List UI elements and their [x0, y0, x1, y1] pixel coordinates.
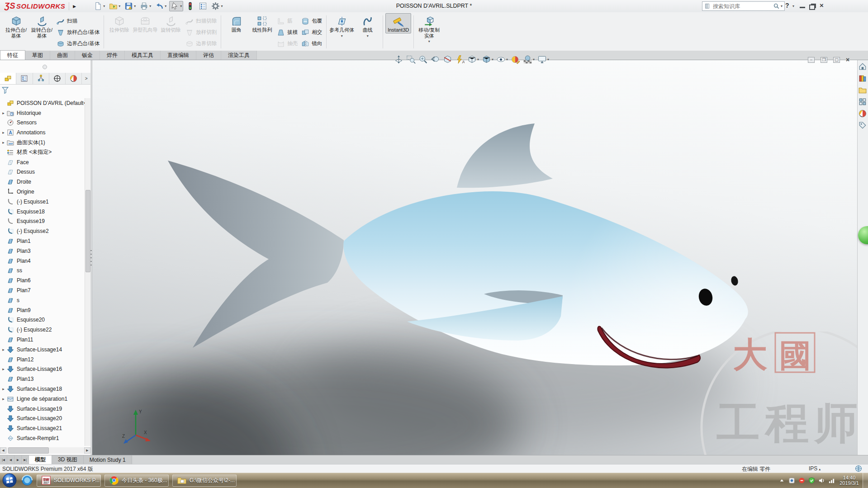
- hidden-icons-icon[interactable]: [778, 477, 785, 484]
- ribbon-button-sweep[interactable]: 扫描: [55, 15, 101, 27]
- dropdown-caret-icon[interactable]: ▾: [492, 57, 493, 62]
- dropdown-caret-icon[interactable]: ▾: [103, 4, 105, 8]
- view-settings-button[interactable]: ▾: [537, 55, 549, 64]
- search-button[interactable]: ▾: [773, 3, 783, 9]
- tree-item-10[interactable]: (-) Esquisse1: [0, 197, 85, 207]
- expand-arrow-icon[interactable]: ▸: [0, 111, 7, 115]
- fish-dorsal-fin[interactable]: [457, 123, 553, 188]
- hscroll-thumb[interactable]: [8, 447, 49, 454]
- tree-item-3[interactable]: ▸AAnnotations: [0, 128, 85, 137]
- tree-item-2[interactable]: Sensors: [0, 118, 85, 128]
- options-button[interactable]: ▾: [210, 1, 224, 11]
- section-view-button[interactable]: [443, 55, 452, 64]
- help-button[interactable]: ?: [785, 2, 789, 9]
- view-orientation-button[interactable]: ▾: [467, 55, 479, 64]
- window-restore-button[interactable]: [809, 5, 815, 10]
- taskbar-button-1[interactable]: 今日头条 - 360极...: [104, 474, 169, 487]
- tree-item-19[interactable]: Plan7: [0, 285, 85, 295]
- ribbon-button-wrap[interactable]: 包覆: [299, 15, 324, 27]
- expand-arrow-icon[interactable]: ▸: [0, 347, 7, 352]
- fish-tail[interactable]: [168, 161, 344, 348]
- help-dropdown-caret-icon[interactable]: ▾: [792, 4, 794, 8]
- expand-arrow-icon[interactable]: ▸: [0, 387, 7, 391]
- status-globe-icon[interactable]: [855, 465, 862, 472]
- task-pane-custom-properties-icon[interactable]: [859, 121, 868, 130]
- tree-item-1[interactable]: ▸Historique: [0, 108, 85, 118]
- tree-item-20[interactable]: s: [0, 295, 85, 305]
- volume-icon[interactable]: [818, 477, 825, 484]
- tree-item-5[interactable]: 材质 <未指定>: [0, 147, 85, 157]
- zoom-in-out-button[interactable]: [418, 55, 428, 64]
- doc-minimize-button[interactable]: –: [808, 57, 815, 63]
- cm-tab-6[interactable]: 直接编辑: [161, 51, 196, 60]
- model-tab-1[interactable]: 3D 视图: [52, 455, 84, 464]
- display-style-button[interactable]: ▾: [482, 55, 493, 64]
- hscroll-right-button[interactable]: ▶: [84, 447, 90, 454]
- cm-tab-3[interactable]: 钣金: [75, 51, 100, 60]
- tree-item-17[interactable]: ss: [0, 266, 85, 276]
- tree-item-11[interactable]: Esquisse18: [0, 207, 85, 217]
- tree-item-29[interactable]: ▸Surface-Lissage18: [0, 384, 85, 394]
- dropdown-caret-icon[interactable]: ▾: [119, 4, 120, 8]
- tree-item-24[interactable]: Plan11: [0, 335, 85, 345]
- show-desktop-button[interactable]: [863, 473, 868, 488]
- tree-item-9[interactable]: Origine: [0, 187, 85, 197]
- new-file-button[interactable]: ▾: [92, 1, 106, 11]
- tree-item-16[interactable]: Plan4: [0, 256, 85, 266]
- pane-tab-properties[interactable]: [16, 73, 33, 84]
- cm-tab-7[interactable]: 评估: [196, 51, 221, 60]
- expand-arrow-icon[interactable]: ▸: [0, 130, 7, 135]
- expand-arrow-icon[interactable]: ▸: [0, 140, 7, 145]
- hide-show-items-button[interactable]: ▾: [496, 55, 508, 64]
- tree-item-14[interactable]: Plan1: [0, 236, 85, 246]
- ribbon-button-revolve[interactable]: 旋转凸台/基体: [29, 13, 55, 39]
- print-button[interactable]: ▾: [138, 1, 152, 11]
- zoom-to-fit-button[interactable]: [394, 55, 403, 64]
- tree-item-23[interactable]: (-) Esquisse22: [0, 325, 85, 335]
- apply-scene-button[interactable]: ▾: [523, 55, 535, 64]
- previous-view-button[interactable]: [431, 55, 440, 64]
- dropdown-caret-icon[interactable]: ▾: [477, 57, 479, 62]
- window-close-button[interactable]: ×: [820, 1, 824, 9]
- ribbon-button-mirror[interactable]: 镜向: [299, 38, 324, 49]
- pane-expand-button[interactable]: >: [82, 73, 90, 84]
- tree-item-13[interactable]: (-) Esquisse2: [0, 226, 85, 236]
- tree-vscroll-thumb[interactable]: [85, 190, 90, 272]
- task-pane-resources-icon[interactable]: [859, 62, 868, 71]
- task-pane-appearances-icon[interactable]: [859, 109, 868, 118]
- quick-launch-browser-icon[interactable]: [21, 474, 33, 486]
- ribbon-button-extrude[interactable]: 拉伸凸台/基体: [3, 13, 29, 39]
- task-pane-file-explorer-icon[interactable]: [859, 86, 868, 95]
- tray-green-icon[interactable]: [808, 477, 815, 484]
- nav-last-button[interactable]: ▶|: [22, 455, 29, 464]
- graphics-viewport[interactable]: 大 國 工程师 Y X Z: [92, 60, 857, 455]
- pane-tab-dimxpert[interactable]: [49, 73, 66, 84]
- ribbon-button-curve[interactable]: 曲线▾: [355, 13, 380, 39]
- dropdown-caret-icon[interactable]: ▾: [134, 4, 136, 8]
- units-selector[interactable]: IPS▴: [809, 465, 821, 472]
- nav-next-button[interactable]: ▶: [14, 455, 22, 464]
- pane-tab-configurations[interactable]: [33, 73, 49, 84]
- model-tab-2[interactable]: Motion Study 1: [84, 455, 132, 464]
- window-minimize-button[interactable]: [800, 7, 805, 8]
- tree-item-30[interactable]: ▸Ligne de séparation1: [0, 394, 85, 404]
- tree-item-27[interactable]: ▸Surface-Lissage16: [0, 365, 85, 374]
- tree-item-31[interactable]: Surface-Lissage19: [0, 404, 85, 414]
- dropdown-caret-icon[interactable]: ▾: [180, 4, 182, 8]
- ribbon-button-movecopy[interactable]: 移动/复制实体▾: [416, 13, 442, 45]
- select-button[interactable]: ▾: [169, 1, 183, 11]
- tree-item-15[interactable]: Plan3: [0, 246, 85, 256]
- open-file-button[interactable]: ▾: [108, 1, 122, 11]
- doc-new-window-button[interactable]: ▢: [833, 57, 840, 63]
- model-tab-0[interactable]: 模型: [29, 455, 52, 464]
- display-settings-button[interactable]: [197, 1, 209, 11]
- edit-appearance-button[interactable]: [511, 55, 520, 64]
- pane-tab-features[interactable]: [0, 73, 16, 84]
- ribbon-button-intersect[interactable]: 相交: [299, 27, 324, 38]
- ribbon-button-fillet[interactable]: 圆角: [223, 13, 249, 33]
- task-pane-view-palette-icon[interactable]: [859, 98, 868, 107]
- panel-grip-handle[interactable]: [43, 65, 47, 69]
- tree-item-6[interactable]: Face: [0, 157, 85, 167]
- tray-red-icon[interactable]: [798, 477, 805, 484]
- pane-tab-display[interactable]: [66, 73, 82, 84]
